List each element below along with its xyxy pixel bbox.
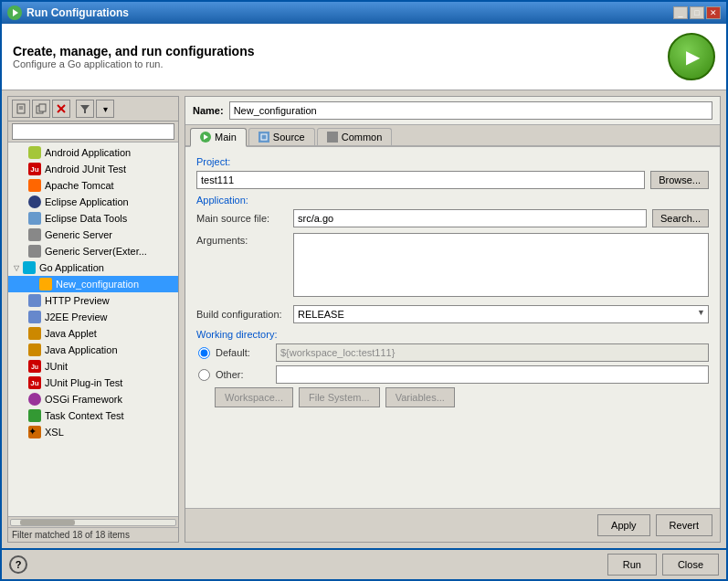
revert-button[interactable]: Revert bbox=[656, 514, 712, 536]
build-config-select[interactable]: RELEASE bbox=[293, 305, 709, 323]
tree-item-junit[interactable]: Ju JUnit bbox=[8, 358, 178, 375]
java-app-icon bbox=[28, 343, 41, 356]
project-row: Browse... bbox=[196, 171, 709, 189]
tomcat-icon bbox=[28, 179, 41, 192]
tree-item-xsl[interactable]: ✦ XSL bbox=[8, 424, 178, 440]
tree-item-generic-server[interactable]: Generic Server bbox=[8, 227, 178, 243]
tree-item-eclipse-app[interactable]: Eclipse Application bbox=[8, 194, 178, 210]
eclipse-app-icon bbox=[28, 195, 41, 208]
tree-item-j2ee[interactable]: J2EE Preview bbox=[8, 309, 178, 325]
tree-item-eclipse-data[interactable]: Eclipse Data Tools bbox=[8, 210, 178, 227]
tree-item-junit-plugin[interactable]: Ju JUnit Plug-in Test bbox=[8, 375, 178, 391]
main-tab-icon bbox=[200, 132, 211, 143]
tab-main-label: Main bbox=[215, 132, 237, 143]
project-input[interactable] bbox=[196, 171, 645, 189]
tab-common-label: Common bbox=[342, 132, 383, 143]
tree-item-new-config[interactable]: New_configuration bbox=[8, 276, 178, 292]
tree-item-java-applet[interactable]: Java Applet bbox=[8, 325, 178, 342]
svg-marker-0 bbox=[13, 9, 18, 16]
tree-item-tomcat[interactable]: Apache Tomcat bbox=[8, 177, 178, 194]
android-junit-icon: Ju bbox=[28, 163, 41, 175]
tree-item-label: Android JUnit Test bbox=[45, 164, 126, 174]
window-controls: _ □ ✕ bbox=[673, 6, 721, 19]
tree-item-go-app[interactable]: ▽ Go Application bbox=[8, 259, 178, 276]
tree-item-label: JUnit Plug-in Test bbox=[45, 377, 122, 388]
junit-plugin-icon: Ju bbox=[28, 376, 41, 389]
search-button[interactable]: Search... bbox=[652, 209, 709, 227]
name-row: Name: bbox=[185, 97, 720, 125]
left-toolbar: ▾ bbox=[8, 97, 178, 121]
other-radio-label: Other: bbox=[216, 369, 270, 380]
xsl-icon: ✦ bbox=[28, 426, 41, 438]
source-tab-icon bbox=[258, 132, 269, 143]
main-source-input[interactable] bbox=[293, 209, 647, 227]
j2ee-icon bbox=[28, 311, 41, 323]
apply-button[interactable]: Apply bbox=[597, 514, 650, 536]
default-radio-label: Default: bbox=[216, 347, 270, 358]
filter-input[interactable] bbox=[12, 123, 174, 140]
new-config-button[interactable] bbox=[12, 100, 30, 118]
main-source-label: Main source file: bbox=[196, 213, 288, 224]
name-input[interactable] bbox=[229, 101, 712, 120]
tab-common[interactable]: Common bbox=[317, 128, 393, 145]
generic-server-ext-icon bbox=[28, 245, 41, 258]
tree-item-label: Android Application bbox=[45, 147, 131, 158]
tree-item-android-app[interactable]: Android Application bbox=[8, 144, 178, 161]
variables-button: Variables... bbox=[385, 387, 455, 407]
main-source-row: Main source file: Search... bbox=[196, 209, 709, 227]
tree-item-label: Generic Server(Exter... bbox=[45, 246, 147, 257]
arguments-row: Arguments: bbox=[196, 233, 709, 300]
tree-item-http[interactable]: HTTP Preview bbox=[8, 292, 178, 309]
other-dir-input[interactable] bbox=[276, 365, 709, 384]
horizontal-scrollbar[interactable] bbox=[8, 516, 178, 527]
tree-item-label: New_configuration bbox=[56, 279, 139, 290]
run-button[interactable] bbox=[668, 33, 715, 80]
tab-source[interactable]: Source bbox=[248, 128, 315, 145]
maximize-button[interactable]: □ bbox=[690, 6, 704, 19]
tab-main[interactable]: Main bbox=[190, 128, 247, 147]
task-context-icon bbox=[28, 409, 41, 422]
header-section: Create, manage, and run configurations C… bbox=[2, 24, 726, 90]
minimize-button[interactable]: _ bbox=[673, 6, 688, 19]
tree-item-osgi[interactable]: OSGi Framework bbox=[8, 391, 178, 407]
tree-item-label: Task Context Test bbox=[45, 410, 124, 421]
tree-item-java-app[interactable]: Java Application bbox=[8, 342, 178, 358]
footer-right: Run Close bbox=[607, 554, 719, 576]
scrollbar-track[interactable] bbox=[10, 519, 176, 526]
default-radio[interactable] bbox=[198, 347, 210, 359]
scrollbar-thumb[interactable] bbox=[20, 520, 75, 525]
other-radio[interactable] bbox=[198, 369, 210, 381]
run-footer-button[interactable]: Run bbox=[607, 554, 657, 576]
window-icon bbox=[7, 5, 22, 20]
working-dir-section: Working directory: Default: Other: Works… bbox=[196, 329, 709, 407]
duplicate-button[interactable] bbox=[32, 100, 50, 118]
tree-item-android-junit[interactable]: Ju Android JUnit Test bbox=[8, 161, 178, 177]
android-app-icon bbox=[28, 146, 41, 159]
project-section-label: Project: bbox=[196, 156, 709, 167]
working-dir-label: Working directory: bbox=[196, 329, 709, 340]
tree-item-label: XSL bbox=[45, 427, 64, 438]
project-browse-button[interactable]: Browse... bbox=[650, 171, 709, 189]
svg-marker-8 bbox=[80, 105, 90, 113]
right-panel: Name: Main Source Co bbox=[185, 96, 721, 543]
close-footer-button[interactable]: Close bbox=[662, 554, 719, 576]
tree-item-task-context[interactable]: Task Context Test bbox=[8, 407, 178, 424]
help-button[interactable]: ? bbox=[9, 555, 27, 574]
filter-dropdown-button[interactable]: ▾ bbox=[96, 100, 114, 118]
tree-item-label: JUnit bbox=[45, 361, 68, 372]
arguments-textarea[interactable] bbox=[293, 233, 709, 297]
arguments-label: Arguments: bbox=[196, 233, 288, 300]
arguments-wrap bbox=[293, 233, 709, 300]
workspace-button: Workspace... bbox=[215, 387, 293, 407]
tree-item-label: HTTP Preview bbox=[45, 295, 110, 306]
tree-item-generic-server-ext[interactable]: Generic Server(Exter... bbox=[8, 243, 178, 259]
delete-button[interactable] bbox=[52, 100, 70, 118]
default-radio-row: Default: bbox=[196, 343, 709, 362]
generic-server-icon bbox=[28, 228, 41, 241]
tree-item-label: Java Applet bbox=[45, 328, 97, 339]
filter-button[interactable] bbox=[76, 100, 94, 118]
tree-item-label: Eclipse Application bbox=[45, 196, 129, 207]
application-section-label: Application: bbox=[196, 195, 709, 206]
close-button[interactable]: ✕ bbox=[706, 6, 721, 19]
main-body: ▾ Android Application Ju Android JUnit T… bbox=[2, 90, 726, 548]
